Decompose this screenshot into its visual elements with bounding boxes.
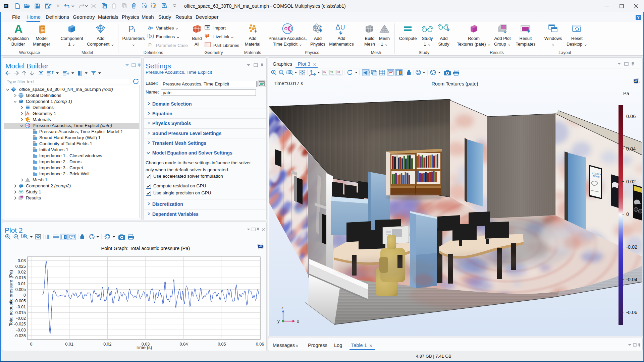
svg-text:-0.02: -0.02: [16, 316, 26, 321]
svg-text:0: 0: [23, 293, 26, 298]
svg-text:0.025: 0.025: [15, 264, 26, 269]
svg-text:0.03: 0.03: [18, 258, 26, 263]
svg-text:xz: xz: [337, 70, 340, 73]
svg-text:Total acoustic pressure (Pa): Total acoustic pressure (Pa): [8, 270, 13, 326]
svg-text:0.06: 0.06: [626, 114, 636, 119]
svg-text:-0.015: -0.015: [14, 310, 26, 315]
svg-text:0.06: 0.06: [256, 342, 264, 347]
svg-text:0.02: 0.02: [103, 342, 111, 347]
svg-text:0.015: 0.015: [15, 276, 26, 280]
svg-text:0.01: 0.01: [65, 342, 73, 347]
svg-text:Point Graph: Total acoustic pr: Point Graph: Total acoustic pressure (Pa…: [101, 246, 190, 251]
svg-text:0.02: 0.02: [18, 270, 26, 275]
svg-text:-0.025: -0.025: [14, 322, 26, 326]
svg-text:0.04: 0.04: [180, 342, 188, 347]
svg-text:y: y: [277, 318, 280, 323]
svg-text:0.02: 0.02: [626, 179, 636, 184]
svg-text:0.04: 0.04: [626, 146, 636, 152]
svg-text:Time (s): Time (s): [136, 345, 152, 350]
svg-text:Room Textures (pate): Room Textures (pate): [431, 81, 478, 86]
svg-text:0.005: 0.005: [15, 287, 26, 292]
svg-text:-0.06: -0.06: [626, 310, 637, 315]
svg-text:-0.005: -0.005: [14, 299, 26, 303]
svg-text:yz: yz: [330, 70, 333, 73]
svg-text:-0.03: -0.03: [16, 328, 26, 333]
svg-text:0: 0: [626, 212, 629, 217]
svg-text:0.05: 0.05: [218, 342, 226, 347]
svg-text:-0.01: -0.01: [16, 305, 26, 309]
svg-text:-0.02: -0.02: [626, 244, 637, 250]
svg-text:-0.04: -0.04: [626, 277, 637, 282]
svg-text:z: z: [281, 305, 284, 310]
svg-text:x: x: [297, 319, 299, 324]
svg-text:xy: xy: [323, 70, 326, 73]
svg-text:0.01: 0.01: [18, 282, 26, 286]
svg-text:Time=0.017 s: Time=0.017 s: [274, 81, 303, 86]
svg-text:0: 0: [30, 342, 33, 347]
svg-text:Pa: Pa: [623, 91, 630, 96]
svg-text:-0.035: -0.035: [14, 334, 26, 338]
